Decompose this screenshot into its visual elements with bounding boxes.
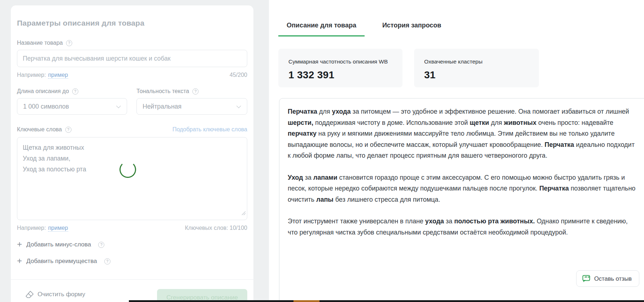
- help-icon[interactable]: ?: [66, 40, 72, 46]
- help-icon[interactable]: ?: [192, 88, 199, 95]
- example-prefix: Например:: [17, 72, 46, 78]
- product-name-input[interactable]: [17, 50, 247, 67]
- product-name-label: Название товара: [17, 40, 63, 46]
- svg-text:””: ””: [584, 275, 591, 281]
- help-icon[interactable]: ?: [104, 258, 110, 264]
- example-link[interactable]: пример: [48, 72, 68, 79]
- help-icon[interactable]: ?: [72, 88, 78, 95]
- keywords-textarea[interactable]: Щетка для животных Уход за лапами, Уход …: [17, 137, 247, 220]
- add-minus-words-button[interactable]: + Добавить минус-слова ?: [17, 241, 247, 248]
- keyword-line: Щетка для животных: [23, 142, 242, 153]
- loading-spinner-icon: [119, 161, 136, 178]
- stat-card-frequency: Суммарная частотность описания WB 1 332 …: [278, 49, 402, 87]
- description-parameters-panel: Параметры описания для товара Название т…: [11, 5, 253, 302]
- leave-feedback-button[interactable]: ”” Оставь отзыв: [576, 270, 639, 287]
- add-advantages-label: Добавить преимущества: [26, 258, 97, 265]
- bottom-bar: [129, 300, 644, 302]
- stat-label: Суммарная частотность описания WB: [288, 58, 392, 65]
- stat-card-clusters: Охваченные кластеры 31: [414, 49, 539, 87]
- length-label: Длина описания до: [17, 88, 69, 95]
- stat-value: 1 332 391: [288, 69, 392, 81]
- help-icon[interactable]: ?: [65, 127, 71, 133]
- leave-feedback-label: Оставь отзыв: [594, 275, 632, 282]
- plus-icon: +: [17, 241, 22, 248]
- keywords-label: Ключевые слова: [17, 126, 62, 133]
- tone-label: Тональность текста: [136, 88, 189, 95]
- resize-handle[interactable]: [242, 208, 246, 219]
- app-viewport: Параметры описания для товара Название т…: [0, 0, 644, 302]
- divider: [11, 279, 253, 280]
- tone-select-value: Нейтральная: [143, 103, 182, 110]
- result-tabs: Описание для товара История запросов: [278, 22, 644, 36]
- clear-form-label: Очистить форму: [38, 291, 85, 298]
- tab-history[interactable]: История запросов: [374, 22, 450, 36]
- keywords-counter: Ключевых слов: 10/100: [185, 225, 247, 231]
- help-icon[interactable]: ?: [98, 242, 104, 248]
- stat-value: 31: [424, 69, 529, 81]
- description-paragraph: Этот инструмент также универсален в план…: [288, 216, 636, 238]
- plus-icon: +: [17, 258, 22, 264]
- chevron-down-icon: [116, 104, 121, 108]
- length-select-value: 1 000 символов: [23, 103, 69, 110]
- add-advantages-button[interactable]: + Добавить преимущества ?: [17, 258, 247, 265]
- length-select[interactable]: 1 000 символов: [17, 98, 127, 115]
- example-link[interactable]: пример: [48, 225, 68, 232]
- description-paragraph: Перчатка для ухода за питомцем — это удо…: [288, 106, 636, 161]
- result-panel: Описание для товара История запросов Сум…: [269, 0, 644, 302]
- feedback-bubble-icon: ””: [582, 274, 591, 283]
- clear-form-button[interactable]: Очистить форму: [25, 290, 85, 298]
- tone-select[interactable]: Нейтральная: [136, 98, 247, 115]
- stat-label: Охваченные кластеры: [424, 58, 529, 65]
- bottom-bar-orange-segment: [293, 300, 319, 302]
- pick-keywords-link[interactable]: Подобрать ключевые слова: [173, 126, 247, 133]
- description-paragraph: Уход за лапами становится гораздо проще …: [288, 172, 636, 205]
- form-title: Параметры описания для товара: [17, 19, 247, 27]
- tab-description[interactable]: Описание для товара: [278, 22, 365, 36]
- example-prefix: Например:: [17, 225, 46, 231]
- add-minus-words-label: Добавить минус-слова: [26, 241, 91, 248]
- product-name-counter: 45/200: [230, 72, 247, 78]
- eraser-icon: [25, 290, 34, 298]
- generated-description-box: Перчатка для ухода за питомцем — это удо…: [279, 98, 644, 302]
- chevron-down-icon: [236, 104, 241, 108]
